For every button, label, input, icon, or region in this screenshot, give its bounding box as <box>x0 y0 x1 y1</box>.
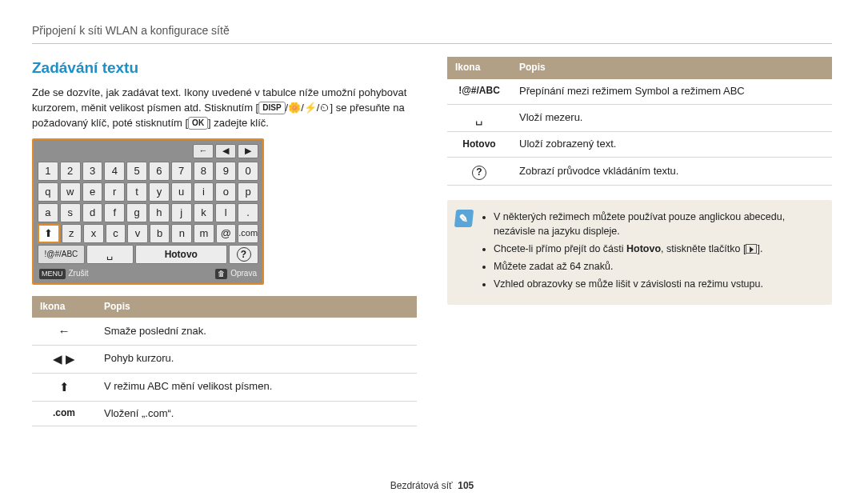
key-9[interactable]: 9 <box>215 162 236 181</box>
desc: Vloží mezeru. <box>511 104 832 132</box>
table-row: !@#/ABC Přepínání mezi režimem Symbol a … <box>447 79 832 104</box>
table-row: ◀ ▶ Pohyb kurzoru. <box>32 346 417 374</box>
key-0[interactable]: 0 <box>238 162 258 181</box>
key-shift[interactable]: ⬆ <box>38 224 60 243</box>
section-title: Zadávání textu <box>32 57 417 79</box>
key-i[interactable]: i <box>194 182 214 202</box>
key-mode-switch[interactable]: !@#/ABC <box>38 245 85 264</box>
key-d[interactable]: d <box>82 203 103 222</box>
ok-chip: OK <box>188 117 208 130</box>
intro-c: / <box>301 102 304 114</box>
key-w[interactable]: w <box>60 182 81 202</box>
t: Chcete-li přímo přejít do části <box>494 243 626 254</box>
key-7[interactable]: 7 <box>171 162 192 181</box>
done-icon: Hotovo <box>447 132 511 158</box>
key-4[interactable]: 4 <box>104 162 125 181</box>
key-t[interactable]: t <box>126 182 147 202</box>
key-g[interactable]: g <box>126 203 147 222</box>
desc: Smaže poslední znak. <box>96 318 417 345</box>
divider <box>32 43 832 44</box>
key-8[interactable]: 8 <box>194 162 214 181</box>
key-p[interactable]: p <box>238 182 258 202</box>
cursor-move-icon: ◀ ▶ <box>32 346 96 374</box>
key-v[interactable]: v <box>127 224 148 243</box>
desc: Uloží zobrazený text. <box>511 132 832 158</box>
key-x[interactable]: x <box>83 224 104 243</box>
desc: Vložení „.com“. <box>96 401 417 426</box>
help-icon-cell: ? <box>447 158 511 186</box>
key-space[interactable]: ␣ <box>86 245 134 264</box>
key-b[interactable]: b <box>150 224 170 243</box>
kbd-trash-icon: 🗑 <box>215 269 227 279</box>
icon-table-right: Ikona Popis !@#/ABC Přepínání mezi režim… <box>447 57 832 186</box>
key-j[interactable]: j <box>171 203 192 222</box>
key-help[interactable]: ? <box>229 245 258 264</box>
note-bullet: Vzhled obrazovky se může lišit v závislo… <box>494 277 821 291</box>
key-c[interactable]: c <box>106 224 126 243</box>
key-e[interactable]: e <box>82 182 103 202</box>
page-footer: Bezdrátová síť 105 <box>0 479 864 493</box>
disp-chip: DISP <box>258 102 285 115</box>
note-box: ✎ V některých režimech můžete používat p… <box>447 200 832 305</box>
shift-icon: ⬆ <box>32 373 96 401</box>
key-h[interactable]: h <box>149 203 170 222</box>
space-icon: ␣ <box>447 104 511 132</box>
key-z[interactable]: z <box>62 224 82 243</box>
key-k[interactable]: k <box>194 203 214 222</box>
icon-table-left: Ikona Popis ← Smaže poslední znak. ◀ ▶ P… <box>32 296 417 426</box>
footer-section: Bezdrátová síť <box>390 480 453 491</box>
note-bullet: Můžete zadat až 64 znaků. <box>494 259 821 274</box>
kbd-cancel-label: Zrušit <box>69 268 89 280</box>
help-icon: ? <box>472 166 486 180</box>
th-desc: Popis <box>511 57 832 78</box>
breadcrumb: Připojení k síti WLAN a konfigurace sítě <box>32 22 832 38</box>
key-at[interactable]: @ <box>216 224 237 243</box>
key-f[interactable]: f <box>104 203 125 222</box>
key-1[interactable]: 1 <box>38 162 58 181</box>
key-m[interactable]: m <box>194 224 214 243</box>
intro-text: Zde se dozvíte, jak zadávat text. Ikony … <box>32 86 417 131</box>
key-u[interactable]: u <box>171 182 192 202</box>
kbd-correct-label: Oprava <box>230 268 257 280</box>
key-r[interactable]: r <box>104 182 125 202</box>
desc: Pohyb kurzoru. <box>96 346 417 374</box>
key-3[interactable]: 3 <box>82 162 103 181</box>
table-row: ? Zobrazí průvodce vkládáním textu. <box>447 158 832 186</box>
key-dot[interactable]: . <box>238 203 258 222</box>
intro-d: / <box>317 102 320 114</box>
kbd-cursor-left[interactable]: ◀ <box>215 144 236 158</box>
question-icon: ? <box>237 247 251 262</box>
key-y[interactable]: y <box>149 182 170 202</box>
desc: Zobrazí průvodce vkládáním textu. <box>511 158 832 186</box>
mode-switch-icon: !@#/ABC <box>447 79 511 104</box>
key-o[interactable]: o <box>215 182 236 202</box>
key-done[interactable]: Hotovo <box>135 245 228 264</box>
key-a[interactable]: a <box>38 203 58 222</box>
key-s[interactable]: s <box>60 203 81 222</box>
desc: Přepínání mezi režimem Symbol a režimem … <box>511 79 832 104</box>
key-q[interactable]: q <box>38 182 58 202</box>
play-icon <box>746 244 757 254</box>
table-row: ⬆ V režimu ABC mění velikost písmen. <box>32 373 417 401</box>
note-icon: ✎ <box>454 210 474 227</box>
note-bullet: Chcete-li přímo přejít do části Hotovo, … <box>494 242 821 256</box>
note-bullet: V některých režimech můžete používat pou… <box>494 210 821 238</box>
intro-f: ] zadejte klíč. <box>208 117 269 129</box>
key-n[interactable]: n <box>171 224 192 243</box>
t: , stiskněte tlačítko [ <box>661 243 746 254</box>
onscreen-keyboard: ← ◀ ▶ 1 2 3 4 5 6 7 8 9 0 <box>32 138 264 285</box>
key-l[interactable]: l <box>215 203 236 222</box>
th-desc: Popis <box>96 296 417 318</box>
th-icon: Ikona <box>447 57 511 78</box>
desc: V režimu ABC mění velikost písmen. <box>96 373 417 401</box>
table-row: .com Vložení „.com“. <box>32 401 417 426</box>
key-2[interactable]: 2 <box>60 162 81 181</box>
table-row: ← Smaže poslední znak. <box>32 318 417 345</box>
kbd-cursor-right[interactable]: ▶ <box>238 144 258 158</box>
kbd-backspace[interactable]: ← <box>193 144 214 158</box>
key-6[interactable]: 6 <box>149 162 170 181</box>
table-row: ␣ Vloží mezeru. <box>447 104 832 132</box>
key-dotcom[interactable]: .com <box>238 224 258 243</box>
key-5[interactable]: 5 <box>126 162 147 181</box>
intro-b: / <box>286 102 289 114</box>
